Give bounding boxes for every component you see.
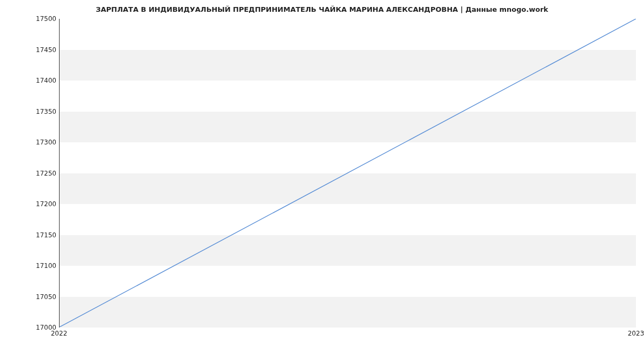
grid-band <box>60 173 636 205</box>
y-tick-label: 17250 <box>24 170 56 177</box>
grid-band <box>60 50 636 81</box>
y-tick-label: 17200 <box>24 200 56 208</box>
y-tick-label: 17100 <box>24 262 56 270</box>
chart-title: ЗАРПЛАТА В ИНДИВИДУАЛЬНЫЙ ПРЕДПРИНИМАТЕЛ… <box>0 5 644 13</box>
y-tick-label: 17150 <box>24 231 56 239</box>
y-tick-label: 17400 <box>24 77 56 84</box>
x-tick-label: 2023 <box>628 330 644 337</box>
plot-area <box>59 19 636 328</box>
grid-band <box>60 297 636 328</box>
y-tick-label: 17450 <box>24 46 56 54</box>
x-tick-label: 2022 <box>51 330 68 337</box>
y-tick-label: 17500 <box>24 15 56 23</box>
grid-band <box>60 235 636 266</box>
grid-band <box>60 112 636 143</box>
y-tick-label: 17350 <box>24 108 56 115</box>
y-tick-label: 17050 <box>24 293 56 301</box>
y-tick-label: 17300 <box>24 139 56 146</box>
